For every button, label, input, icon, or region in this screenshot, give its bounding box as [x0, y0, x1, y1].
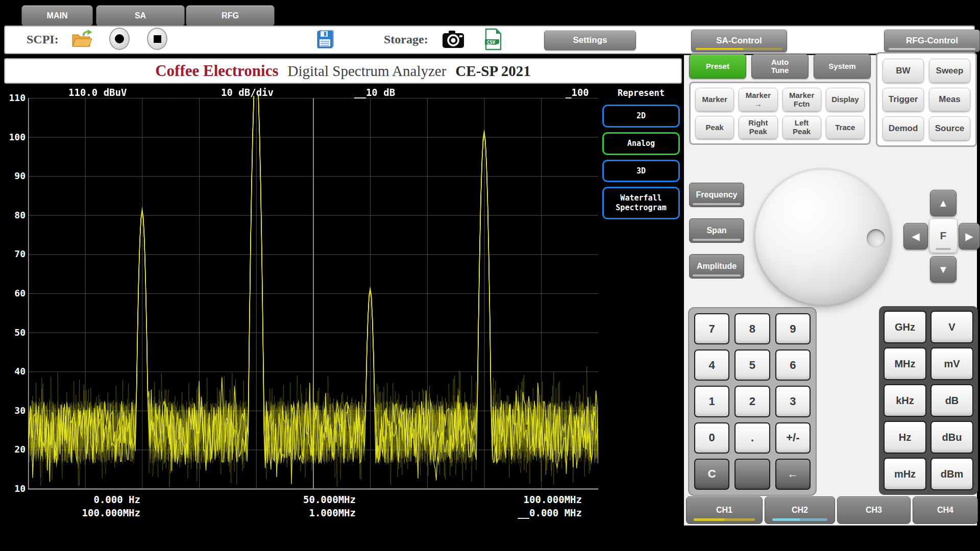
- rfg-control-underline: [889, 48, 975, 50]
- numpad-key-1[interactable]: 1: [694, 386, 729, 417]
- arrow-up-button[interactable]: ▲: [930, 190, 957, 216]
- rfg-button-sweep[interactable]: Sweep: [929, 59, 970, 83]
- sa-button-display[interactable]: Display: [826, 88, 865, 111]
- numpad-key-5[interactable]: 5: [734, 349, 770, 381]
- numpad-key-backspace[interactable]: ←: [775, 459, 811, 490]
- numpad-key-C[interactable]: C: [694, 459, 729, 490]
- represent-panel: Represent 2DAnalog3DWaterfall Spectrogra…: [602, 88, 680, 219]
- product-title: Digital Spectrum Analyzer: [288, 63, 447, 80]
- rfg-button-meas[interactable]: Meas: [929, 88, 970, 112]
- y-tick-100: 100: [6, 132, 26, 142]
- sa-button-marker[interactable]: Marker →: [739, 88, 777, 111]
- settings-label: Settings: [573, 35, 607, 45]
- rbw-value: 1.000MHz: [276, 507, 356, 518]
- save-icon[interactable]: [316, 29, 335, 52]
- rbw-label: RBW: [244, 507, 261, 518]
- scale-value: 10 dB/div: [221, 87, 274, 98]
- stop-button[interactable]: [147, 28, 167, 50]
- sa-top-preset[interactable]: Preset: [689, 54, 746, 79]
- unit-key-dbm[interactable]: dBm: [930, 458, 973, 490]
- sa-button-right[interactable]: Right Peak: [739, 116, 777, 139]
- storage-label: Storage:: [384, 33, 428, 46]
- numpad-key-blank[interactable]: [734, 459, 770, 490]
- rfg-button-demod[interactable]: Demod: [883, 116, 924, 140]
- arrow-up-icon: ▲: [938, 197, 948, 209]
- stop-value: 100.000MHz: [503, 494, 582, 505]
- numpad-key-8[interactable]: 8: [734, 313, 770, 344]
- scale-label: Scale: [174, 87, 203, 98]
- rfg-button-bw[interactable]: BW: [883, 59, 924, 83]
- arrow-left-button[interactable]: ◀: [903, 223, 928, 249]
- app-root: MAINSARFG SCPI:: [0, 0, 980, 551]
- screenshot-camera-icon[interactable]: [442, 30, 464, 51]
- record-button[interactable]: [109, 28, 130, 50]
- frequency-button[interactable]: Frequency: [689, 183, 744, 207]
- unit-key-db[interactable]: dB: [930, 384, 973, 417]
- unit-key-mhz[interactable]: mHz: [884, 458, 926, 490]
- f-key-label: F: [940, 230, 947, 242]
- numpad-key-dot[interactable]: .: [734, 422, 770, 454]
- title-bar: Coffee Electronics Digital Spectrum Anal…: [4, 58, 682, 84]
- arrow-down-icon: ▼: [938, 264, 948, 276]
- y-tick-70: 70: [6, 248, 26, 259]
- sa-control-tab[interactable]: SA-Control: [691, 30, 787, 52]
- channel-button-ch1[interactable]: CH1: [686, 496, 763, 524]
- span-button[interactable]: Span: [689, 218, 744, 243]
- sa-top-system[interactable]: System: [814, 54, 871, 79]
- open-file-icon[interactable]: [70, 30, 93, 51]
- scpi-label: SCPI:: [27, 33, 59, 46]
- represent-option-waterfall[interactable]: Waterfall Spectrogram: [602, 187, 680, 219]
- channel-button-ch4[interactable]: CH4: [913, 496, 978, 524]
- sa-button-left[interactable]: Left Peak: [782, 116, 821, 139]
- amplitude-button[interactable]: Amplitude: [689, 254, 744, 279]
- settings-button[interactable]: Settings: [544, 31, 636, 50]
- record-dot-icon: [115, 34, 124, 43]
- unit-key-dbu[interactable]: dBu: [930, 421, 973, 454]
- vbw-value: __0.000 MHz: [503, 507, 582, 518]
- unit-key-hz[interactable]: Hz: [884, 421, 926, 454]
- unit-key-v[interactable]: V: [930, 311, 973, 343]
- numpad-key-4[interactable]: 4: [694, 349, 729, 381]
- represent-option-2d[interactable]: 2D: [602, 105, 680, 128]
- channel-button-ch3[interactable]: CH3: [837, 496, 911, 524]
- sa-button-trace[interactable]: Trace: [826, 116, 865, 139]
- channel-button-ch2[interactable]: CH2: [765, 496, 835, 524]
- tab-sa[interactable]: SA: [96, 5, 185, 27]
- sa-button-marker[interactable]: Marker: [695, 88, 734, 111]
- unit-key-mv[interactable]: mV: [930, 347, 973, 380]
- arrow-right-button[interactable]: ▶: [959, 223, 980, 249]
- export-csv-icon[interactable]: CSV: [484, 28, 502, 53]
- arrow-down-button[interactable]: ▼: [930, 256, 957, 283]
- numpad-key-6[interactable]: 6: [775, 349, 811, 381]
- numpad-key-3[interactable]: 3: [775, 386, 811, 417]
- android-nav-bar: [0, 525, 980, 551]
- stop-label: Stop: [468, 494, 491, 505]
- unit-key-khz[interactable]: kHz: [884, 384, 926, 417]
- sa-top-auto[interactable]: Auto Tune: [751, 54, 808, 79]
- numpad-key-plusminus[interactable]: +/-: [775, 422, 811, 454]
- rfg-button-trigger[interactable]: Trigger: [883, 88, 924, 112]
- unit-key-ghz[interactable]: GHz: [884, 311, 926, 343]
- numpad-key-9[interactable]: 9: [775, 313, 811, 344]
- numpad-key-0[interactable]: 0: [694, 422, 729, 454]
- represent-option-analog[interactable]: Analog: [602, 132, 680, 155]
- att-label: Att: [327, 87, 344, 98]
- tab-rfg[interactable]: RFG: [186, 5, 275, 27]
- arrow-left-icon: ◀: [912, 230, 919, 242]
- numpad-key-7[interactable]: 7: [694, 313, 729, 344]
- center-value: 50.000MHz: [276, 494, 356, 505]
- sa-button-peak[interactable]: Peak: [695, 116, 734, 139]
- represent-option-3d[interactable]: 3D: [602, 160, 680, 183]
- represent-title: Represent: [602, 88, 680, 98]
- tab-main[interactable]: MAIN: [21, 5, 93, 27]
- f-key-button[interactable]: F: [929, 218, 958, 253]
- numpad-key-2[interactable]: 2: [734, 386, 770, 417]
- y-tick-60: 60: [6, 288, 26, 298]
- rfg-control-tab[interactable]: RFG-Control: [884, 30, 980, 52]
- rfg-button-source[interactable]: Source: [929, 116, 970, 140]
- unit-key-mhz[interactable]: MHz: [884, 347, 926, 380]
- y-tick-40: 40: [6, 366, 26, 377]
- sa-button-marker[interactable]: Marker Fctn: [782, 88, 821, 111]
- model-title: CE-SP 2021: [455, 63, 530, 80]
- sa-control-label: SA-Control: [716, 36, 762, 46]
